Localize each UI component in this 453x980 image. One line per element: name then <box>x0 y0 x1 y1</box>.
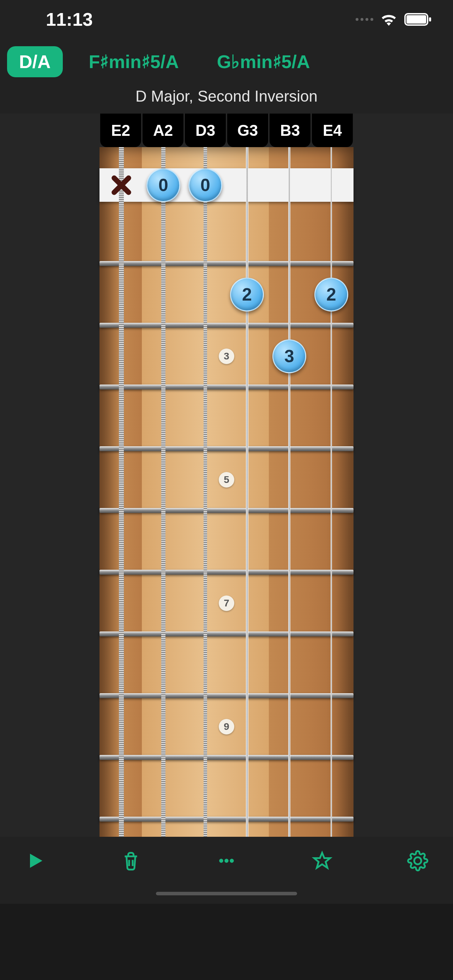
string-label-5: B3 <box>270 114 310 147</box>
fret-wire-6 <box>100 570 353 575</box>
tab-chord-1[interactable]: F♯min♯5/A <box>77 46 191 77</box>
string-label-3: D3 <box>185 114 226 147</box>
fret-inlay-3: 3 <box>219 348 234 364</box>
svg-point-5 <box>230 859 234 863</box>
fret-wire-3 <box>100 385 353 390</box>
fret-wire-8 <box>100 693 353 698</box>
play-button[interactable] <box>25 850 46 871</box>
home-indicator[interactable] <box>156 892 297 895</box>
finger-marker-string-2-fret-0[interactable]: 0 <box>146 168 180 202</box>
fret-inlay-7: 7 <box>219 595 234 611</box>
fret-wire-5 <box>100 508 353 513</box>
string-3[interactable] <box>203 114 207 904</box>
svg-rect-2 <box>429 17 431 22</box>
svg-rect-1 <box>407 15 426 24</box>
finger-marker-string-5-fret-3[interactable]: 3 <box>272 339 306 373</box>
string-5[interactable] <box>288 114 290 904</box>
string-label-4: G3 <box>227 114 268 147</box>
status-bar: 11:13 <box>0 0 453 39</box>
wifi-icon <box>380 13 397 26</box>
fret-inlay-5: 5 <box>219 472 234 488</box>
svg-point-4 <box>224 859 229 863</box>
fret-wire-10 <box>100 817 353 822</box>
string-label-6: E4 <box>312 114 353 147</box>
string-1[interactable] <box>119 114 124 904</box>
fret-wire-1 <box>100 261 353 266</box>
string-label-1: E2 <box>100 114 141 147</box>
trash-button[interactable] <box>120 850 141 871</box>
string-2[interactable] <box>161 114 165 904</box>
string-label-2: A2 <box>143 114 183 147</box>
fret-wire-9 <box>100 755 353 760</box>
more-button[interactable] <box>216 850 237 871</box>
string-labels: E2 A2 D3 G3 B3 E4 <box>100 114 353 147</box>
svg-point-3 <box>219 859 223 863</box>
finger-marker-string-6-fret-2[interactable]: 2 <box>314 278 348 312</box>
string-6[interactable] <box>331 114 332 904</box>
status-right <box>356 13 432 26</box>
chord-subtitle: D Major, Second Inversion <box>0 85 453 114</box>
fret-wire-2 <box>100 323 353 328</box>
finger-marker-string-4-fret-2[interactable]: 2 <box>230 278 264 312</box>
fret-wire-7 <box>100 632 353 636</box>
string-4[interactable] <box>246 114 248 904</box>
favorite-button[interactable] <box>312 850 333 871</box>
toolbar <box>0 837 453 904</box>
finger-marker-string-3-fret-0[interactable]: 0 <box>188 168 222 202</box>
fret-wire-4 <box>100 446 353 451</box>
status-time: 11:13 <box>46 9 93 30</box>
fretboard-area[interactable]: E2 A2 D3 G3 B3 E4 35791212 00232 <box>0 114 453 904</box>
cell-dots-icon <box>356 18 373 21</box>
fret-inlay-9: 9 <box>219 719 234 735</box>
settings-button[interactable] <box>407 850 428 871</box>
battery-icon <box>404 13 432 26</box>
chord-tabs: D/A F♯min♯5/A G♭min♯5/A <box>0 39 453 85</box>
mute-marker-string-1[interactable] <box>105 168 138 202</box>
tab-chord-2[interactable]: G♭min♯5/A <box>205 46 322 77</box>
tab-chord-0[interactable]: D/A <box>7 46 63 77</box>
